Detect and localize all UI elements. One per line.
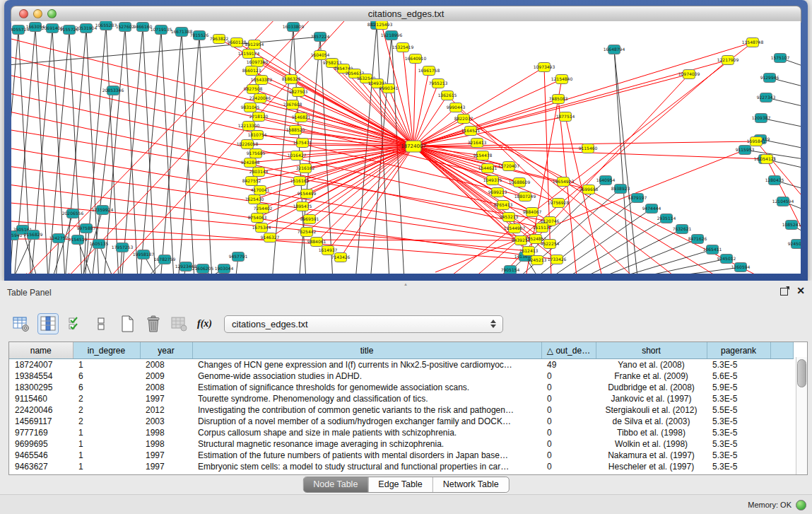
close-window-button[interactable] xyxy=(19,9,28,18)
cited-node[interactable]: 16640910 xyxy=(405,54,427,64)
minimize-window-button[interactable] xyxy=(33,9,42,18)
cell-title[interactable]: Disruption of a novel member of a sodium… xyxy=(192,416,541,427)
cell-short[interactable]: Hescheler et al. (1997) xyxy=(596,461,707,472)
tab-edge-table[interactable]: Edge Table xyxy=(367,477,432,492)
float-panel-button[interactable] xyxy=(780,286,789,296)
cited-node[interactable]: 9453213 xyxy=(500,213,519,222)
network-node[interactable]: 1085241 xyxy=(782,221,801,230)
row-options-button[interactable] xyxy=(91,314,111,334)
network-node[interactable]: 9457791 xyxy=(229,252,248,262)
column-header-pagerank[interactable]: pagerank xyxy=(707,342,770,359)
cited-node[interactable]: 22420046 xyxy=(249,94,271,103)
cited-node[interactable]: 10973493 xyxy=(534,63,555,72)
cited-node[interactable]: 10974039 xyxy=(678,70,700,79)
network-node[interactable]: 16648794 xyxy=(604,45,625,54)
network-node[interactable]: 10719135 xyxy=(151,25,172,35)
cited-node[interactable]: 4522254 xyxy=(541,240,560,249)
cell-year[interactable]: 2008 xyxy=(140,359,192,371)
cited-node[interactable]: 1675344 xyxy=(252,223,271,233)
function-builder-button[interactable]: f(x) xyxy=(197,318,212,329)
network-node[interactable]: 9245012 xyxy=(717,255,736,264)
network-node[interactable]: 20853346 xyxy=(102,86,124,95)
table-scrollbar[interactable] xyxy=(796,357,807,474)
cell-title[interactable]: Structural magnetic resonance image aver… xyxy=(192,438,541,450)
window-titlebar[interactable]: citations_edges.txt xyxy=(11,6,801,23)
cell-year[interactable]: 2003 xyxy=(140,416,192,427)
cited-node[interactable]: 9245213 xyxy=(528,256,547,265)
cell-out_degree[interactable]: 0 xyxy=(541,404,596,416)
close-panel-button[interactable]: ✕ xyxy=(796,286,805,296)
network-node[interactable]: 9466160 xyxy=(134,23,153,32)
cell-pagerank[interactable]: 5.5E-5 xyxy=(707,404,770,416)
zoom-window-button[interactable] xyxy=(47,9,57,18)
cell-pagerank[interactable]: 5.3E-5 xyxy=(707,450,770,461)
network-node[interactable]: 1209387 xyxy=(752,114,771,123)
cell-short[interactable]: Jankovic et al. (1997) xyxy=(596,393,707,404)
table-row[interactable]: 946362711997Embryonic stem cells: a mode… xyxy=(9,461,794,472)
cited-node[interactable]: 11159174 xyxy=(238,49,260,59)
network-node[interactable]: 1065411 xyxy=(703,245,722,255)
cell-pagerank[interactable]: 5.3E-5 xyxy=(707,359,770,371)
cell-short[interactable]: Nakamura et al. (1997) xyxy=(596,450,707,461)
network-node[interactable]: 17359924 xyxy=(92,206,114,215)
cell-out_degree[interactable]: 0 xyxy=(541,382,596,393)
cell-short[interactable]: Dudbridge et al. (2008) xyxy=(596,382,707,393)
cell-short[interactable]: Stergiakouli et al. (2012) xyxy=(596,404,707,416)
network-node[interactable]: 7815526 xyxy=(190,31,209,40)
cited-node[interactable]: 9884061 xyxy=(307,238,326,247)
network-node[interactable]: 19958187 xyxy=(133,250,155,259)
show-column-button[interactable] xyxy=(37,313,59,334)
table-row[interactable]: 1938455462009Genome-wide association stu… xyxy=(9,370,794,382)
network-canvas[interactable]: 2405572416630542069140691557262053190410… xyxy=(11,21,801,274)
network-node[interactable]: 1242757 xyxy=(49,234,69,243)
cell-out_degree[interactable]: 0 xyxy=(541,427,596,438)
table-row[interactable]: 911546021997Tourette syndrome. Phenomeno… xyxy=(9,393,794,404)
cited-node[interactable]: 1595841 xyxy=(747,137,766,146)
cell-out_degree[interactable]: 0 xyxy=(541,438,596,450)
network-node[interactable]: 1280435 xyxy=(765,176,784,185)
cell-pagerank[interactable]: 5.3E-5 xyxy=(707,461,770,472)
cell-in_degree[interactable]: 1 xyxy=(73,461,140,472)
network-node[interactable]: 10655287 xyxy=(95,21,117,30)
table-row[interactable]: 946554611997Estimation of the future num… xyxy=(9,450,794,461)
network-node[interactable]: 1156829 xyxy=(24,230,43,240)
network-node[interactable]: 9115953 xyxy=(736,146,755,155)
cited-node[interactable]: 8427552 xyxy=(242,177,261,186)
cited-node[interactable]: 1588520 xyxy=(286,126,305,135)
cell-title[interactable]: Embryonic stem cells: a model to study s… xyxy=(192,461,541,472)
cited-node[interactable]: 12213300 xyxy=(238,122,260,131)
table-row[interactable]: 969969511998Structural magnetic resonanc… xyxy=(9,438,794,450)
cited-node[interactable]: 1049375 xyxy=(483,176,502,185)
table-row[interactable]: 2242004622012Investigating the contribut… xyxy=(9,404,794,416)
scrollbar-thumb[interactable] xyxy=(797,359,806,387)
cited-node[interactable]: 1810754 xyxy=(248,131,267,140)
cited-node[interactable]: 9660128 xyxy=(228,38,247,47)
cell-year[interactable]: 1998 xyxy=(140,438,192,450)
cell-name[interactable]: 9777169 xyxy=(9,427,73,438)
cited-node[interactable]: 7625442 xyxy=(298,228,317,237)
cell-in_degree[interactable]: 1 xyxy=(73,427,140,438)
network-node[interactable]: 1527602 xyxy=(116,23,135,32)
cell-title[interactable]: Estimation of the future numbers of pati… xyxy=(192,450,541,461)
cited-node[interactable]: 8754063 xyxy=(248,214,267,223)
cited-node[interactable]: 16097340 xyxy=(247,58,269,67)
cited-node[interactable]: 3216413 xyxy=(468,139,487,148)
cited-node[interactable]: 18807249 xyxy=(514,192,536,201)
cell-pagerank[interactable]: 5.3E-5 xyxy=(707,393,770,404)
cell-title[interactable]: Genome-wide association studies in ADHD. xyxy=(192,370,541,382)
cited-node[interactable]: 1544621 xyxy=(478,164,498,173)
cited-node[interactable]: 15325419 xyxy=(392,43,414,52)
cell-name[interactable]: 9699695 xyxy=(9,438,73,450)
cell-name[interactable]: 9465546 xyxy=(9,450,73,461)
column-header-in_degree[interactable]: in_degree xyxy=(73,342,140,359)
cited-node[interactable]: 1362615 xyxy=(438,91,457,100)
cell-out_degree[interactable]: 0 xyxy=(541,370,596,382)
network-node[interactable]: 9129946 xyxy=(760,74,779,83)
table-row[interactable]: 1872400712008Changes of HCN gene express… xyxy=(9,359,794,371)
cell-pagerank[interactable]: 5.3E-5 xyxy=(707,416,770,427)
cell-short[interactable]: Wolkin et al. (1998) xyxy=(596,438,707,450)
network-node[interactable]: 21606205 xyxy=(192,264,214,274)
cited-node[interactable]: 8822037 xyxy=(454,115,473,124)
cell-year[interactable]: 1997 xyxy=(140,461,192,472)
network-node[interactable]: 1903044 xyxy=(215,264,234,274)
